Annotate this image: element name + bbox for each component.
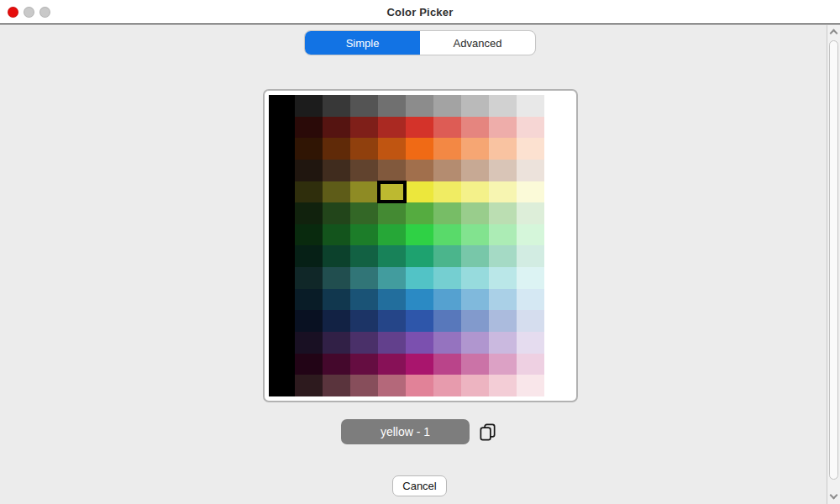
palette-cell-emerald-4[interactable] (378, 245, 406, 267)
palette-cell-red-2[interactable] (323, 117, 350, 139)
palette-cell-purple-1[interactable] (295, 332, 323, 354)
palette-cell-yellow-1[interactable] (295, 181, 323, 203)
palette-cell-gray-1[interactable] (295, 95, 323, 117)
palette-cell-emerald-black[interactable] (269, 245, 295, 267)
palette-cell-turquoise-6[interactable] (433, 267, 461, 289)
palette-cell-green-7[interactable] (461, 202, 489, 224)
palette-cell-yellow-9[interactable] (517, 181, 544, 203)
palette-cell-bright-green-white[interactable] (544, 224, 572, 246)
palette-cell-purple-9[interactable] (517, 332, 544, 354)
palette-cell-bright-green-6[interactable] (433, 224, 461, 246)
palette-cell-blue-8[interactable] (489, 289, 517, 311)
palette-cell-gray-6[interactable] (433, 95, 461, 117)
palette-cell-green-8[interactable] (489, 202, 517, 224)
palette-cell-rose-black[interactable] (269, 375, 295, 396)
palette-cell-blue-9[interactable] (517, 289, 544, 311)
palette-cell-brown-5[interactable] (406, 160, 433, 181)
palette-cell-orange-5[interactable] (406, 138, 433, 160)
palette-cell-green-9[interactable] (517, 202, 544, 224)
palette-cell-brown-7[interactable] (461, 160, 489, 181)
palette-cell-red-6[interactable] (433, 117, 461, 139)
palette-cell-turquoise-white[interactable] (544, 267, 572, 289)
palette-cell-gray-white[interactable] (544, 95, 572, 117)
palette-cell-green-3[interactable] (350, 202, 378, 224)
chevron-up-icon[interactable] (830, 29, 838, 38)
palette-cell-rose-5[interactable] (406, 375, 433, 396)
palette-cell-orange-7[interactable] (461, 138, 489, 160)
palette-cell-purple-8[interactable] (489, 332, 517, 354)
palette-cell-emerald-2[interactable] (323, 245, 350, 267)
palette-cell-magenta-5[interactable] (406, 354, 433, 375)
palette-cell-green-white[interactable] (544, 202, 572, 224)
palette-cell-gray-2[interactable] (323, 95, 350, 117)
palette-cell-magenta-6[interactable] (433, 354, 461, 375)
palette-cell-yellow-7[interactable] (461, 181, 489, 203)
palette-cell-rose-2[interactable] (323, 375, 350, 396)
palette-cell-indigo-3[interactable] (350, 310, 378, 332)
palette-cell-blue-5[interactable] (406, 289, 433, 311)
close-button[interactable] (8, 7, 18, 18)
palette-cell-gray-8[interactable] (489, 95, 517, 117)
palette-cell-magenta-2[interactable] (323, 354, 350, 375)
palette-cell-indigo-9[interactable] (517, 310, 544, 332)
palette-cell-magenta-9[interactable] (517, 354, 544, 375)
palette-cell-brown-9[interactable] (517, 160, 544, 181)
palette-cell-blue-7[interactable] (461, 289, 489, 311)
palette-cell-turquoise-3[interactable] (350, 267, 378, 289)
maximize-button[interactable] (39, 7, 50, 18)
palette-cell-purple-2[interactable] (323, 332, 350, 354)
palette-cell-indigo-6[interactable] (433, 310, 461, 332)
palette-cell-brown-1[interactable] (295, 160, 323, 181)
palette-cell-brown-black[interactable] (269, 160, 295, 181)
palette-cell-indigo-5[interactable] (406, 310, 433, 332)
palette-cell-bright-green-9[interactable] (517, 224, 544, 246)
palette-cell-indigo-1[interactable] (295, 310, 323, 332)
palette-cell-rose-white[interactable] (544, 375, 572, 396)
palette-cell-magenta-3[interactable] (350, 354, 378, 375)
palette-cell-rose-1[interactable] (295, 375, 323, 396)
palette-cell-rose-3[interactable] (350, 375, 378, 396)
palette-cell-indigo-2[interactable] (323, 310, 350, 332)
palette-cell-gray-black[interactable] (269, 95, 295, 117)
palette-cell-bright-green-1[interactable] (295, 224, 323, 246)
palette-cell-purple-white[interactable] (544, 332, 572, 354)
palette-cell-blue-white[interactable] (544, 289, 572, 311)
palette-cell-orange-white[interactable] (544, 138, 572, 160)
palette-cell-red-1[interactable] (295, 117, 323, 139)
palette-cell-brown-8[interactable] (489, 160, 517, 181)
cancel-button[interactable]: Cancel (392, 475, 447, 496)
tab-simple[interactable]: Simple (305, 31, 420, 55)
palette-cell-red-3[interactable] (350, 117, 378, 139)
palette-cell-green-6[interactable] (433, 202, 461, 224)
palette-cell-indigo-7[interactable] (461, 310, 489, 332)
palette-cell-orange-9[interactable] (517, 138, 544, 160)
palette-cell-blue-3[interactable] (350, 289, 378, 311)
palette-cell-gray-9[interactable] (517, 95, 544, 117)
palette-cell-blue-1[interactable] (295, 289, 323, 311)
palette-cell-yellow-black[interactable] (269, 181, 295, 203)
palette-cell-red-7[interactable] (461, 117, 489, 139)
tab-advanced[interactable]: Advanced (420, 31, 535, 55)
palette-cell-rose-9[interactable] (517, 375, 544, 396)
palette-cell-emerald-3[interactable] (350, 245, 378, 267)
palette-cell-magenta-7[interactable] (461, 354, 489, 375)
palette-cell-red-4[interactable] (378, 117, 406, 139)
palette-cell-brown-3[interactable] (350, 160, 378, 181)
palette-cell-rose-4[interactable] (378, 375, 406, 396)
palette-cell-green-black[interactable] (269, 202, 295, 224)
palette-cell-yellow-6[interactable] (433, 181, 461, 203)
palette-cell-magenta-black[interactable] (269, 354, 295, 375)
palette-cell-red-white[interactable] (544, 117, 572, 139)
palette-cell-emerald-9[interactable] (517, 245, 544, 267)
palette-cell-green-2[interactable] (323, 202, 350, 224)
palette-cell-orange-2[interactable] (323, 138, 350, 160)
palette-cell-magenta-white[interactable] (544, 354, 572, 375)
palette-cell-blue-6[interactable] (433, 289, 461, 311)
palette-cell-emerald-8[interactable] (489, 245, 517, 267)
palette-cell-indigo-8[interactable] (489, 310, 517, 332)
palette-cell-emerald-5[interactable] (406, 245, 433, 267)
palette-cell-indigo-white[interactable] (544, 310, 572, 332)
palette-cell-yellow-2[interactable] (323, 181, 350, 203)
palette-cell-bright-green-3[interactable] (350, 224, 378, 246)
palette-cell-rose-8[interactable] (489, 375, 517, 396)
